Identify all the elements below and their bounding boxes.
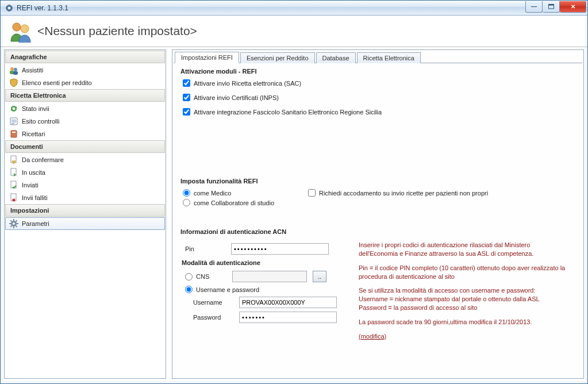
minimize-button[interactable]: — — [525, 1, 543, 13]
checkbox-accodamento[interactable] — [308, 189, 316, 197]
patients-icon — [9, 20, 32, 43]
doc-out-icon — [9, 168, 18, 177]
sidebar-item-label: Inviati — [22, 182, 39, 189]
checkbox-row-inps[interactable]: Attivare invio Certificati (INPS) — [183, 94, 575, 101]
people-icon — [9, 66, 18, 75]
checkbox-sac[interactable] — [183, 79, 190, 87]
sidebar-item-esito-controlli[interactable]: Esito controlli — [5, 115, 165, 128]
svg-rect-3 — [548, 4, 554, 5]
sidebar-item-label: In uscita — [22, 169, 45, 176]
sidebar-item-ricettari[interactable]: Ricettari — [5, 128, 165, 140]
radio-label: Username e password — [196, 286, 259, 293]
fieldset-funzionalita: Imposta funzionalità REFI come Medico Ri… — [180, 176, 575, 209]
cns-input — [232, 271, 307, 282]
pin-input[interactable] — [231, 243, 329, 255]
sidebar-item-assistiti[interactable]: Assistiti — [5, 64, 165, 76]
sidebar-item-da-confermare[interactable]: Da confermare — [5, 153, 165, 166]
checkbox-row-fse[interactable]: Attivare integrazione Fascicolo Sanitari… — [183, 108, 575, 116]
app-icon — [5, 4, 13, 12]
sidebar-item-parametri[interactable]: Parametri — [5, 217, 165, 230]
svg-rect-9 — [13, 71, 18, 75]
checkbox-label: Attivare invio Certificati (INPS) — [194, 94, 279, 101]
svg-rect-11 — [11, 130, 17, 137]
radio-row-collaboratore[interactable]: come Collaboratore di studio — [183, 199, 274, 206]
pin-label: Pin — [185, 245, 225, 252]
close-button[interactable]: ✕ — [560, 1, 586, 13]
svg-point-5 — [21, 25, 29, 33]
sidebar-header-documenti: Documenti — [5, 140, 165, 153]
svg-point-4 — [13, 23, 21, 31]
radio-label: CNS — [196, 273, 209, 280]
sidebar-item-esenti[interactable]: Elenco esenti per reddito — [5, 76, 165, 89]
hint-p2: Pin = il codice PIN completo (10 caratte… — [359, 264, 566, 281]
window-title: REFI ver. 1.1.3.1 — [17, 4, 525, 12]
radio-label: come Medico — [194, 190, 231, 197]
checklist-icon — [9, 117, 18, 126]
main-panel: Impostazioni REFI Esenzioni per Reddito … — [172, 49, 584, 379]
window-buttons: — ✕ — [525, 1, 586, 13]
sidebar-header-anagrafiche: Anagrafiche — [5, 51, 165, 63]
checkbox-row-accodamento[interactable]: Richiedi accodamento su invio ricette pe… — [308, 189, 488, 197]
gear-icon — [9, 219, 18, 228]
tabs: Impostazioni REFI Esenzioni per Reddito … — [174, 51, 582, 63]
sidebar-item-label: Assistiti — [22, 67, 43, 74]
sidebar-item-inviati[interactable]: Inviati — [5, 179, 165, 191]
sidebar-header-impostazioni: Impostazioni — [5, 204, 165, 217]
radio-cns[interactable] — [185, 273, 193, 281]
svg-rect-12 — [12, 132, 16, 133]
checkbox-fse[interactable] — [183, 108, 190, 116]
svg-point-7 — [14, 68, 17, 71]
radio-row-userpass[interactable]: Username e password — [185, 286, 259, 293]
checkbox-label: Attivare invio Ricetta elettronica (SAC) — [194, 80, 301, 87]
doc-sent-icon — [9, 181, 18, 190]
app-window: REFI ver. 1.1.3.1 — ✕ <Nessun paziente i… — [0, 0, 588, 384]
sidebar-item-in-uscita[interactable]: In uscita — [5, 166, 165, 179]
legend-moduli: Attivazione moduli - REFI — [180, 68, 575, 75]
tab-ricetta-elettronica[interactable]: Ricetta Elettronica — [357, 52, 421, 63]
sidebar-item-label: Ricettari — [22, 130, 45, 137]
radio-label: come Collaboratore di studio — [194, 199, 274, 206]
checkbox-inps[interactable] — [183, 94, 190, 101]
cns-browse-button[interactable]: .. — [313, 271, 326, 282]
sidebar-item-invii-falliti[interactable]: Invii falliti — [5, 191, 165, 204]
svg-point-6 — [10, 67, 14, 71]
legend-modalita: Modalità di autenticazione — [182, 259, 341, 266]
legend-auth: Informazioni di autenticazione ACN — [180, 228, 575, 235]
sidebar-item-stato-invii[interactable]: Stato invii — [5, 102, 165, 115]
radio-collaboratore[interactable] — [183, 199, 190, 206]
legend-funzionalita: Imposta funzionalità REFI — [180, 178, 575, 185]
password-label: Password — [193, 314, 233, 321]
doc-fail-icon — [9, 193, 18, 202]
radio-userpass[interactable] — [185, 286, 193, 293]
workarea: Anagrafiche Assistiti Elenco esenti per … — [1, 47, 587, 383]
username-label: Username — [193, 299, 233, 306]
refresh-icon — [9, 104, 18, 113]
checkbox-row-sac[interactable]: Attivare invio Ricetta elettronica (SAC) — [183, 79, 575, 87]
sidebar: Anagrafiche Assistiti Elenco esenti per … — [4, 49, 166, 379]
radio-row-medico[interactable]: come Medico — [183, 189, 298, 197]
doc-warn-icon — [9, 155, 18, 164]
checkbox-label: Attivare integrazione Fascicolo Sanitari… — [194, 109, 382, 116]
hint-p4: La password scade tra 90 giorni,ultima m… — [359, 318, 566, 327]
username-input[interactable] — [239, 297, 337, 308]
maximize-button[interactable] — [543, 1, 560, 13]
tab-impostazioni-refi[interactable]: Impostazioni REFI — [175, 52, 239, 63]
hint-p3: Se si utilizza la modalità di accesso co… — [359, 286, 566, 312]
book-icon — [9, 129, 18, 139]
titlebar: REFI ver. 1.1.3.1 — ✕ — [1, 1, 587, 16]
checkbox-label: Richiedi accodamento su invio ricette pe… — [319, 190, 488, 197]
sidebar-item-label: Esito controlli — [22, 118, 59, 125]
sidebar-item-label: Parametri — [22, 220, 49, 227]
tab-esenzioni-reddito[interactable]: Esenzioni per Reddito — [240, 52, 315, 63]
radio-row-cns[interactable]: CNS — [185, 273, 226, 281]
link-modifica[interactable]: (modifica) — [359, 333, 386, 340]
radio-medico[interactable] — [183, 189, 190, 197]
password-input[interactable] — [239, 312, 337, 323]
tab-database[interactable]: Database — [316, 52, 356, 63]
hint-p1: Inserire i propri codici di autenticazio… — [359, 241, 566, 258]
patient-heading: <Nessun paziente impostato> — [37, 24, 197, 38]
sidebar-header-ricetta: Ricetta Elettronica — [5, 89, 165, 102]
sidebar-item-label: Invii falliti — [22, 194, 48, 201]
fieldset-moduli: Attivazione moduli - REFI Attivare invio… — [180, 67, 575, 122]
sidebar-item-label: Elenco esenti per reddito — [22, 79, 92, 86]
